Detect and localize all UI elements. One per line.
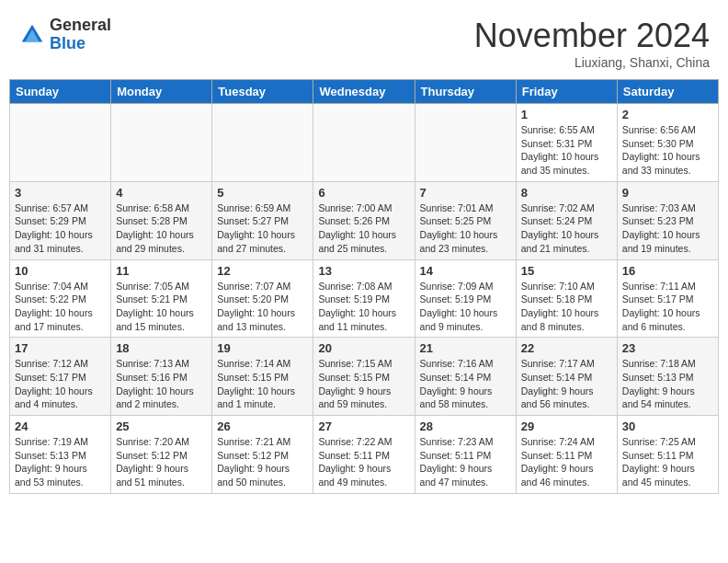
calendar-table: SundayMondayTuesdayWednesdayThursdayFrid…	[9, 79, 719, 494]
day-number: 23	[622, 341, 713, 355]
day-number: 10	[15, 264, 106, 278]
day-number: 8	[521, 186, 612, 200]
calendar-cell: 5Sunrise: 6:59 AM Sunset: 5:27 PM Daylig…	[212, 181, 313, 259]
column-header-sunday: Sunday	[10, 80, 111, 104]
day-number: 5	[217, 186, 308, 200]
calendar-cell: 28Sunrise: 7:23 AM Sunset: 5:11 PM Dayli…	[415, 416, 516, 494]
calendar-cell: 30Sunrise: 7:25 AM Sunset: 5:11 PM Dayli…	[617, 416, 718, 494]
day-number: 27	[318, 419, 409, 433]
day-info: Sunrise: 6:55 AM Sunset: 5:31 PM Dayligh…	[521, 123, 612, 178]
day-number: 30	[622, 419, 713, 433]
week-row-3: 10Sunrise: 7:04 AM Sunset: 5:22 PM Dayli…	[10, 259, 719, 338]
day-number: 26	[217, 419, 308, 433]
day-number: 16	[622, 264, 713, 278]
day-info: Sunrise: 7:04 AM Sunset: 5:22 PM Dayligh…	[15, 280, 106, 334]
calendar-header-row: SundayMondayTuesdayWednesdayThursdayFrid…	[10, 80, 719, 104]
calendar-cell	[10, 104, 111, 182]
calendar-cell: 21Sunrise: 7:16 AM Sunset: 5:14 PM Dayli…	[415, 338, 516, 416]
calendar-cell: 12Sunrise: 7:07 AM Sunset: 5:20 PM Dayli…	[212, 259, 313, 338]
week-row-1: 1Sunrise: 6:55 AM Sunset: 5:31 PM Daylig…	[10, 104, 719, 182]
day-info: Sunrise: 7:16 AM Sunset: 5:14 PM Dayligh…	[420, 357, 511, 411]
day-info: Sunrise: 7:15 AM Sunset: 5:15 PM Dayligh…	[318, 357, 409, 411]
day-info: Sunrise: 6:57 AM Sunset: 5:29 PM Dayligh…	[15, 201, 106, 256]
week-row-2: 3Sunrise: 6:57 AM Sunset: 5:29 PM Daylig…	[10, 181, 719, 259]
day-info: Sunrise: 7:08 AM Sunset: 5:19 PM Dayligh…	[318, 280, 409, 334]
day-info: Sunrise: 7:11 AM Sunset: 5:17 PM Dayligh…	[622, 280, 713, 334]
day-info: Sunrise: 6:56 AM Sunset: 5:30 PM Dayligh…	[622, 123, 713, 178]
day-info: Sunrise: 7:02 AM Sunset: 5:24 PM Dayligh…	[521, 201, 612, 256]
day-info: Sunrise: 7:13 AM Sunset: 5:16 PM Dayligh…	[116, 357, 207, 411]
calendar-cell: 19Sunrise: 7:14 AM Sunset: 5:15 PM Dayli…	[212, 338, 313, 416]
day-number: 18	[116, 341, 207, 355]
day-info: Sunrise: 7:19 AM Sunset: 5:13 PM Dayligh…	[15, 435, 106, 489]
day-info: Sunrise: 7:09 AM Sunset: 5:19 PM Dayligh…	[420, 280, 511, 334]
calendar-cell: 29Sunrise: 7:24 AM Sunset: 5:11 PM Dayli…	[516, 416, 617, 494]
day-number: 25	[116, 419, 207, 433]
calendar-cell	[111, 104, 212, 182]
day-info: Sunrise: 7:14 AM Sunset: 5:15 PM Dayligh…	[217, 357, 308, 411]
calendar-cell: 24Sunrise: 7:19 AM Sunset: 5:13 PM Dayli…	[10, 416, 111, 494]
calendar-cell: 18Sunrise: 7:13 AM Sunset: 5:16 PM Dayli…	[111, 338, 212, 416]
calendar-cell	[415, 104, 516, 182]
month-title: November 2024	[474, 17, 710, 55]
title-block: November 2024 Liuxiang, Shanxi, China	[474, 17, 710, 70]
logo-blue-text: Blue	[50, 35, 111, 53]
column-header-friday: Friday	[516, 80, 617, 104]
calendar-cell: 14Sunrise: 7:09 AM Sunset: 5:19 PM Dayli…	[415, 259, 516, 338]
day-info: Sunrise: 7:03 AM Sunset: 5:23 PM Dayligh…	[622, 201, 713, 256]
column-header-wednesday: Wednesday	[313, 80, 415, 104]
day-number: 3	[15, 186, 106, 200]
calendar-cell: 15Sunrise: 7:10 AM Sunset: 5:18 PM Dayli…	[516, 259, 617, 338]
day-number: 2	[622, 108, 713, 121]
calendar-cell: 16Sunrise: 7:11 AM Sunset: 5:17 PM Dayli…	[617, 259, 718, 338]
day-number: 24	[15, 419, 106, 433]
calendar-cell: 4Sunrise: 6:58 AM Sunset: 5:28 PM Daylig…	[111, 181, 212, 259]
calendar-cell: 17Sunrise: 7:12 AM Sunset: 5:17 PM Dayli…	[10, 338, 111, 416]
day-info: Sunrise: 7:20 AM Sunset: 5:12 PM Dayligh…	[116, 435, 207, 489]
day-info: Sunrise: 7:10 AM Sunset: 5:18 PM Dayligh…	[521, 280, 612, 334]
day-number: 14	[420, 264, 511, 278]
calendar-cell: 23Sunrise: 7:18 AM Sunset: 5:13 PM Dayli…	[617, 338, 718, 416]
calendar-cell: 27Sunrise: 7:22 AM Sunset: 5:11 PM Dayli…	[313, 416, 415, 494]
day-info: Sunrise: 7:21 AM Sunset: 5:12 PM Dayligh…	[217, 435, 308, 489]
logo-general-text: General	[50, 17, 111, 35]
logo-icon	[18, 21, 46, 49]
calendar-cell: 2Sunrise: 6:56 AM Sunset: 5:30 PM Daylig…	[617, 104, 718, 182]
day-number: 12	[217, 264, 308, 278]
calendar-cell	[212, 104, 313, 182]
day-number: 22	[521, 341, 612, 355]
day-number: 13	[318, 264, 409, 278]
day-info: Sunrise: 7:18 AM Sunset: 5:13 PM Dayligh…	[622, 357, 713, 411]
calendar-cell: 10Sunrise: 7:04 AM Sunset: 5:22 PM Dayli…	[10, 259, 111, 338]
day-info: Sunrise: 6:59 AM Sunset: 5:27 PM Dayligh…	[217, 201, 308, 256]
day-info: Sunrise: 7:00 AM Sunset: 5:26 PM Dayligh…	[318, 201, 409, 256]
calendar-cell: 11Sunrise: 7:05 AM Sunset: 5:21 PM Dayli…	[111, 259, 212, 338]
calendar-cell: 3Sunrise: 6:57 AM Sunset: 5:29 PM Daylig…	[10, 181, 111, 259]
day-info: Sunrise: 7:17 AM Sunset: 5:14 PM Dayligh…	[521, 357, 612, 411]
column-header-tuesday: Tuesday	[212, 80, 313, 104]
calendar-cell: 13Sunrise: 7:08 AM Sunset: 5:19 PM Dayli…	[313, 259, 415, 338]
calendar-cell: 20Sunrise: 7:15 AM Sunset: 5:15 PM Dayli…	[313, 338, 415, 416]
logo-text: General Blue	[50, 17, 111, 53]
day-number: 7	[420, 186, 511, 200]
week-row-4: 17Sunrise: 7:12 AM Sunset: 5:17 PM Dayli…	[10, 338, 719, 416]
day-number: 1	[521, 108, 612, 121]
calendar-cell: 7Sunrise: 7:01 AM Sunset: 5:25 PM Daylig…	[415, 181, 516, 259]
day-number: 17	[15, 341, 106, 355]
day-number: 20	[318, 341, 409, 355]
day-number: 29	[521, 419, 612, 433]
page-header: General Blue November 2024 Liuxiang, Sha…	[9, 9, 719, 75]
calendar-cell: 6Sunrise: 7:00 AM Sunset: 5:26 PM Daylig…	[313, 181, 415, 259]
calendar-cell: 9Sunrise: 7:03 AM Sunset: 5:23 PM Daylig…	[617, 181, 718, 259]
day-info: Sunrise: 7:25 AM Sunset: 5:11 PM Dayligh…	[622, 435, 713, 489]
day-info: Sunrise: 7:07 AM Sunset: 5:20 PM Dayligh…	[217, 280, 308, 334]
calendar-cell: 25Sunrise: 7:20 AM Sunset: 5:12 PM Dayli…	[111, 416, 212, 494]
column-header-thursday: Thursday	[415, 80, 516, 104]
logo: General Blue	[18, 17, 111, 53]
calendar-cell: 26Sunrise: 7:21 AM Sunset: 5:12 PM Dayli…	[212, 416, 313, 494]
day-number: 21	[420, 341, 511, 355]
calendar-cell	[313, 104, 415, 182]
day-info: Sunrise: 7:12 AM Sunset: 5:17 PM Dayligh…	[15, 357, 106, 411]
day-number: 19	[217, 341, 308, 355]
day-info: Sunrise: 7:23 AM Sunset: 5:11 PM Dayligh…	[420, 435, 511, 489]
